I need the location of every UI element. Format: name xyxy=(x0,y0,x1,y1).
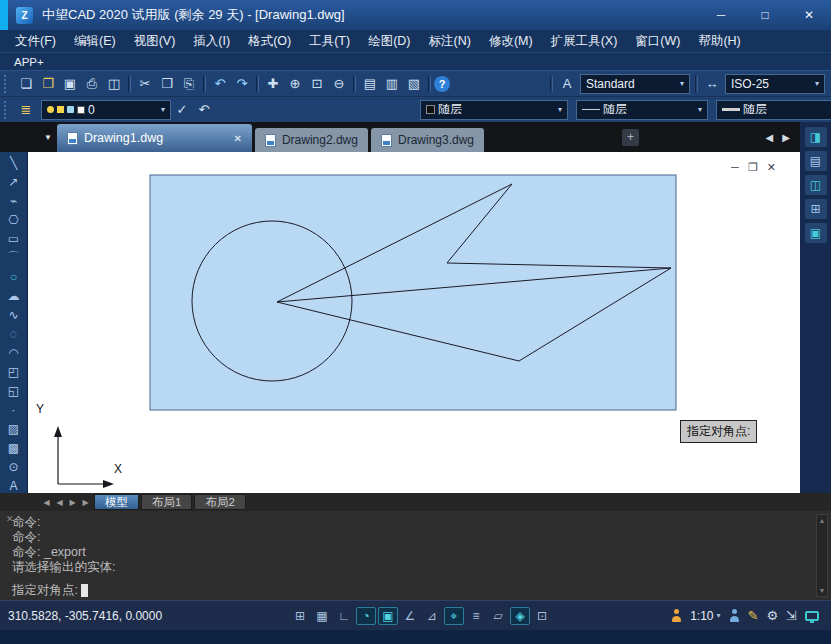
document-tab[interactable]: Drawing2.dwg ✕ xyxy=(255,128,368,152)
fullscreen-icon[interactable]: ⇲ xyxy=(786,608,797,623)
menu-item[interactable]: 插入(I) xyxy=(184,30,239,52)
menu-item[interactable]: 标注(N) xyxy=(420,30,480,52)
construction-line-icon[interactable]: ↗ xyxy=(1,172,27,191)
revision-cloud-icon[interactable]: ☁ xyxy=(1,286,27,305)
document-tab[interactable]: Drawing3.dwg ✕ xyxy=(371,128,484,152)
close-button[interactable]: ✕ xyxy=(787,0,831,30)
menu-item[interactable]: 编辑(E) xyxy=(65,30,125,52)
command-input[interactable]: 指定对角点: xyxy=(0,582,831,599)
help-icon[interactable]: ? xyxy=(434,76,450,92)
new-file-icon[interactable]: ❏ xyxy=(15,74,37,94)
snap-icon[interactable]: ∟ xyxy=(334,607,354,625)
arc-icon[interactable]: ⌒ xyxy=(1,248,27,267)
layout-tab[interactable]: 布局1 xyxy=(141,494,192,510)
copy-icon[interactable]: ❒ xyxy=(156,74,178,94)
polyline-icon[interactable]: ⌁ xyxy=(1,191,27,210)
grid-icon[interactable]: ▦ xyxy=(312,607,332,625)
menu-item[interactable]: 帮助(H) xyxy=(689,30,749,52)
circle-icon[interactable]: ○ xyxy=(1,267,27,286)
make-layer-current-icon[interactable]: ✓ xyxy=(171,100,193,120)
tab-prev-button[interactable]: ◀ xyxy=(53,498,66,507)
zoom-previous-icon[interactable]: ⊖ xyxy=(328,74,350,94)
tab-first-button[interactable]: ◀ xyxy=(40,498,53,507)
lineweight-combo[interactable]: 随层 ▾ xyxy=(716,100,831,120)
model-paper-toggle-icon[interactable]: ⊞ xyxy=(290,607,310,625)
make-block-icon[interactable]: ◱ xyxy=(1,381,27,400)
polar-tracking-icon[interactable]: ◔ xyxy=(356,607,376,625)
annotation-user-icon[interactable] xyxy=(671,609,682,622)
minimize-button[interactable]: ─ xyxy=(699,0,743,30)
spline-icon[interactable]: ∿ xyxy=(1,305,27,324)
scroll-down-icon[interactable]: ▼ xyxy=(819,587,826,594)
layer-properties-icon[interactable]: ≣ xyxy=(15,100,37,120)
scroll-up-icon[interactable]: ▲ xyxy=(819,517,826,524)
redo-icon[interactable]: ↷ xyxy=(231,74,253,94)
text-style-combo[interactable]: Standard ▾ xyxy=(580,74,690,94)
paste-icon[interactable]: ⎘ xyxy=(178,74,200,94)
dynamic-input-icon[interactable]: ⌖ xyxy=(444,607,464,625)
hatch-icon[interactable]: ▨ xyxy=(1,419,27,438)
menu-item[interactable]: 格式(O) xyxy=(239,30,300,52)
cut-icon[interactable]: ✂ xyxy=(134,74,156,94)
annotation-visibility-icon[interactable] xyxy=(729,609,740,622)
transparency-icon[interactable]: ▱ xyxy=(488,607,508,625)
line-icon[interactable]: ╲ xyxy=(1,153,27,172)
dim-style-combo[interactable]: ISO-25 ▾ xyxy=(725,74,825,94)
annotation-monitor-icon[interactable]: ⊡ xyxy=(532,607,552,625)
layers-panel-icon[interactable]: ▤ xyxy=(805,151,827,171)
plot-icon[interactable]: ⎙ xyxy=(81,74,103,94)
maximize-button[interactable]: □ xyxy=(743,0,787,30)
tool-palettes-icon[interactable]: ▧ xyxy=(403,74,425,94)
open-file-icon[interactable]: ❐ xyxy=(37,74,59,94)
layer-previous-icon[interactable]: ↶ xyxy=(193,100,215,120)
polygon-icon[interactable]: ⎔ xyxy=(1,210,27,229)
tab-scroll-left-icon[interactable]: ◀ xyxy=(766,132,774,143)
point-icon[interactable]: ∙ xyxy=(1,400,27,419)
pan-icon[interactable]: ✚ xyxy=(262,74,284,94)
tab-last-button[interactable]: ▶ xyxy=(79,498,92,507)
properties-palette-icon[interactable]: ▤ xyxy=(359,74,381,94)
lineweight-display-icon[interactable]: ≡ xyxy=(466,607,486,625)
command-close-icon[interactable]: ✕ xyxy=(6,514,14,524)
linetype-combo[interactable]: 随层 ▾ xyxy=(576,100,708,120)
annotation-autoscale-icon[interactable]: ✎ xyxy=(748,608,759,623)
region-icon[interactable]: ⊙ xyxy=(1,457,27,476)
drawing-area[interactable]: ─ ❐ ✕ 指定对角点: Y X xyxy=(28,152,800,493)
design-center-icon[interactable]: ▥ xyxy=(381,74,403,94)
tab-scroll-right-icon[interactable]: ▶ xyxy=(782,132,790,143)
menu-item[interactable]: 工具(T) xyxy=(300,30,359,52)
ducs-icon[interactable]: ⊿ xyxy=(422,607,442,625)
menu-item[interactable]: 文件(F) xyxy=(6,30,65,52)
properties-panel-icon[interactable]: ◨ xyxy=(805,127,827,147)
tab-next-button[interactable]: ▶ xyxy=(66,498,79,507)
layout-tab[interactable]: 布局2 xyxy=(194,494,245,510)
layout-tab[interactable]: 模型 xyxy=(94,494,139,510)
ellipse-icon[interactable]: ◌ xyxy=(1,324,27,343)
object-snap-icon[interactable]: ▣ xyxy=(378,607,398,625)
tool-palettes-panel-icon[interactable]: ◫ xyxy=(805,175,827,195)
insert-block-icon[interactable]: ◰ xyxy=(1,362,27,381)
new-tab-button[interactable]: + xyxy=(622,129,639,146)
gradient-icon[interactable]: ▩ xyxy=(1,438,27,457)
save-file-icon[interactable]: ▣ xyxy=(59,74,81,94)
tab-list-dropdown-icon[interactable]: ▼ xyxy=(44,133,52,142)
annotation-scale-select[interactable]: 1:10 ▾ xyxy=(690,609,720,623)
zoom-realtime-icon[interactable]: ⊕ xyxy=(284,74,306,94)
menu-item[interactable]: 扩展工具(X) xyxy=(542,30,627,52)
tab-close-icon[interactable]: ✕ xyxy=(234,133,242,144)
undo-icon[interactable]: ↶ xyxy=(209,74,231,94)
menu-item[interactable]: 修改(M) xyxy=(480,30,542,52)
mdi-minimize-button[interactable]: ─ xyxy=(731,161,739,174)
otrack-icon[interactable]: ∠ xyxy=(400,607,420,625)
ellipse-arc-icon[interactable]: ◠ xyxy=(1,343,27,362)
menu-item[interactable]: 绘图(D) xyxy=(359,30,419,52)
rectangle-icon[interactable]: ▭ xyxy=(1,229,27,248)
mdi-restore-button[interactable]: ❐ xyxy=(748,161,758,174)
selection-cycling-icon[interactable]: ◈ xyxy=(510,607,530,625)
zoom-window-icon[interactable]: ⊡ xyxy=(306,74,328,94)
clean-screen-icon[interactable] xyxy=(805,611,819,621)
menu-item[interactable]: 视图(V) xyxy=(125,30,185,52)
document-tab[interactable]: Drawing1.dwg ✕ xyxy=(57,124,252,152)
command-scrollbar[interactable]: ▲ ▼ xyxy=(816,514,828,597)
dim-style-icon[interactable]: ↔ xyxy=(701,74,723,94)
